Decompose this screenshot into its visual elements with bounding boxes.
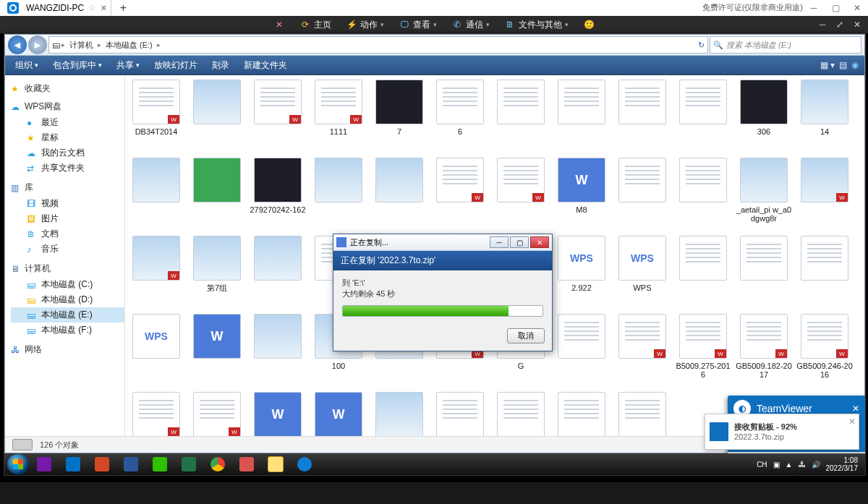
file-item[interactable] (248, 312, 307, 389)
tb-word[interactable] (117, 455, 145, 474)
file-item[interactable]: WGB5009.12 (187, 390, 247, 436)
tv-tab[interactable]: WANGZIDI-PC ☆ × (0, 0, 111, 16)
cmd-newfolder[interactable]: 新建文件夹 (238, 58, 293, 73)
sidebar-lib[interactable]: 库 (25, 181, 33, 194)
file-item[interactable] (613, 390, 672, 436)
tv-tool-comm[interactable]: ✆通信▾ (446, 17, 495, 33)
tv-new-tab-button[interactable]: + (116, 1, 130, 15)
file-item[interactable] (187, 156, 247, 233)
tb-explorer[interactable] (262, 455, 289, 474)
tb-wps[interactable] (233, 455, 260, 474)
tv-panel-close-icon[interactable]: ✕ (852, 403, 859, 414)
tv-tab-close-icon[interactable]: × (101, 2, 106, 14)
dlg-close-button[interactable]: ✕ (530, 236, 549, 248)
maximize-button[interactable]: ▢ (825, 0, 846, 16)
sidebar-item[interactable]: 🖼图片 (11, 211, 124, 226)
tv-tool-feedback[interactable]: 🙂 (577, 17, 600, 33)
search-box[interactable]: 🔍 搜索 本地磁盘 (E:) (710, 36, 861, 54)
file-item[interactable]: 14 (795, 78, 854, 155)
file-item[interactable] (491, 390, 550, 436)
file-item[interactable]: 306 (734, 78, 793, 155)
minimize-button[interactable]: ─ (803, 0, 825, 16)
sidebar-item[interactable]: ●最近 (11, 115, 124, 130)
bc-drive[interactable]: 本地磁盘 (E:) (103, 40, 156, 51)
cmd-burn[interactable]: 刻录 (206, 58, 235, 73)
file-item[interactable]: W (127, 234, 186, 311)
file-item[interactable]: 279270242-162 (248, 156, 307, 233)
sidebar-item[interactable]: 🖴本地磁盘 (F:) (11, 323, 124, 338)
sidebar-item[interactable]: ★星标 (11, 130, 124, 145)
clipboard-notify[interactable]: 接收剪贴板 - 92% 2022.3.7to.zip ✕ (705, 414, 859, 450)
system-tray[interactable]: CH ▣ ▲ 🖧 🔊 1:08 2022/3/17 (752, 456, 862, 472)
dlg-max-button[interactable]: ▢ (510, 236, 529, 248)
file-item[interactable] (673, 156, 733, 233)
cmd-share[interactable]: 共享▾ (111, 58, 145, 73)
sidebar-item[interactable]: ⇄共享文件夹 (11, 161, 124, 176)
file-item[interactable]: W (187, 312, 247, 389)
nav-back-button[interactable]: ◄ (8, 35, 27, 54)
file-item[interactable] (127, 156, 186, 233)
file-item[interactable]: W (491, 156, 550, 233)
sidebar-item[interactable]: 🖴本地磁盘 (D:) (11, 292, 124, 307)
tray-vol-icon[interactable]: 🔊 (812, 461, 820, 469)
tb-chrome[interactable] (204, 455, 231, 474)
tray-net-icon[interactable]: 🖧 (799, 461, 806, 469)
file-item[interactable] (673, 78, 733, 155)
file-item[interactable]: _aetail_pi w_a0dgwg8r (734, 156, 793, 233)
cmd-organize[interactable]: 组织▾ (9, 58, 44, 73)
file-item[interactable]: W (613, 312, 672, 389)
file-item[interactable] (734, 234, 793, 311)
clip-close-icon[interactable]: ✕ (848, 417, 856, 427)
cmd-slideshow[interactable]: 放映幻灯片 (148, 58, 203, 73)
tv-tab-star-icon[interactable]: ☆ (88, 3, 96, 13)
file-item[interactable]: WPSWPS (613, 234, 672, 311)
file-item[interactable]: WGB5009.182-2017 (734, 312, 793, 389)
sidebar-item[interactable]: 🎞视频 (11, 196, 124, 211)
file-item[interactable]: W (795, 156, 854, 233)
start-button[interactable] (7, 454, 29, 474)
bc-computer[interactable]: 计算机 (67, 40, 96, 51)
file-item[interactable] (673, 234, 733, 311)
sidebar-item[interactable]: ♪音乐 (11, 242, 124, 257)
file-item[interactable]: W (430, 156, 490, 233)
file-item[interactable]: WDB34T2014 (127, 78, 186, 155)
file-item[interactable]: 6 (430, 78, 490, 155)
file-item[interactable] (309, 156, 368, 233)
file-item[interactable] (613, 156, 672, 233)
file-item[interactable] (370, 390, 429, 436)
tv-tool-view[interactable]: 🖵查看▾ (393, 17, 443, 33)
file-item[interactable] (370, 156, 429, 233)
file-item[interactable]: WB5009.275-2016 (673, 312, 733, 389)
address-path[interactable]: 🖴 ▸ 计算机 ▸ 本地磁盘 (E:) ▸ ↻ (48, 36, 708, 54)
sidebar-pc[interactable]: 计算机 (25, 262, 51, 275)
tb-excel[interactable] (175, 455, 203, 474)
tray-flag-icon[interactable]: ▣ (773, 461, 780, 469)
view-mode-icon[interactable]: ▦ ▾ (820, 60, 835, 70)
sidebar-favorites[interactable]: 收藏夹 (25, 82, 51, 95)
tv-tool-action[interactable]: ⚡动作▾ (340, 17, 390, 33)
file-item[interactable]: 第7组 (187, 234, 247, 311)
file-item[interactable] (552, 312, 611, 389)
file-item[interactable]: W (309, 390, 368, 436)
tv-tb-full-icon[interactable]: ⤢ (832, 18, 848, 31)
copy-cancel-button[interactable]: 取消 (507, 328, 545, 343)
file-item[interactable]: WGB5009.246-2016 (795, 312, 854, 389)
close-button[interactable]: ✕ (846, 0, 868, 16)
sidebar-item[interactable]: 🖴本地磁盘 (E:) (11, 307, 124, 323)
tv-tool-files[interactable]: 🗎文件与其他▾ (498, 17, 574, 33)
sidebar-item[interactable]: 🖴本地磁盘 (C:) (11, 277, 124, 292)
file-item[interactable] (613, 78, 672, 155)
tv-tb-close-icon[interactable]: ✕ (849, 18, 865, 31)
preview-pane-icon[interactable]: ▤ (839, 60, 847, 70)
sidebar-wps[interactable]: WPS网盘 (25, 101, 61, 113)
tb-wechat[interactable] (146, 455, 174, 474)
file-item[interactable] (491, 78, 550, 155)
file-item[interactable]: W (248, 78, 307, 155)
help-icon[interactable]: ◉ (851, 60, 859, 70)
file-item[interactable] (248, 234, 307, 311)
file-item[interactable] (187, 78, 247, 155)
cmd-include[interactable]: 包含到库中▾ (47, 58, 108, 73)
file-item[interactable] (552, 390, 611, 436)
tray-clock[interactable]: 1:08 2022/3/17 (826, 456, 859, 472)
file-item[interactable]: W (248, 390, 307, 436)
